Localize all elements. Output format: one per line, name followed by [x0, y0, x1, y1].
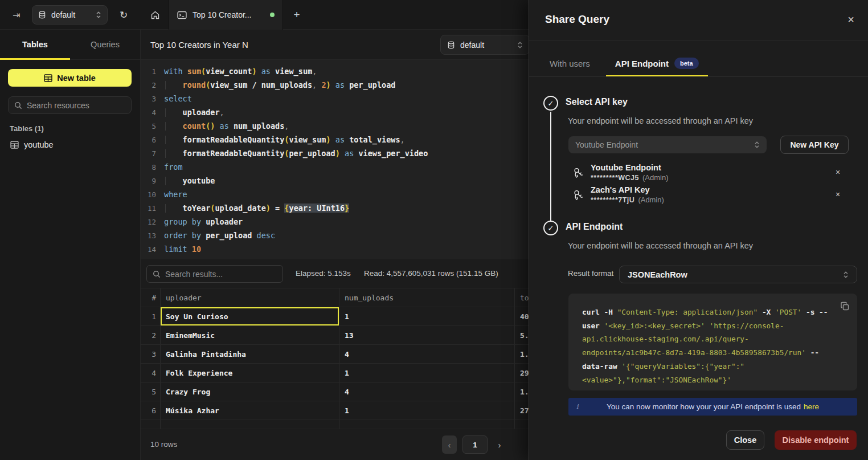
cell-uploader[interactable]: Soy Un Curioso [161, 307, 339, 325]
elapsed-time: Elapsed: 5.153s [296, 269, 351, 278]
api-key-name: Zach's API Key [591, 185, 650, 194]
panel-title: Share Query [545, 13, 609, 26]
line-number: 9 [141, 177, 156, 185]
remove-key-icon[interactable]: × [836, 168, 840, 177]
search-results-input[interactable]: Search results... [146, 265, 283, 283]
unsaved-status-dot [270, 13, 275, 17]
stepper-line [550, 112, 551, 221]
sidebar: Tables Queries New table Search resource… [0, 30, 141, 460]
remove-key-icon[interactable]: × [836, 190, 840, 199]
sidebar-item-youtube[interactable]: youtube [8, 137, 132, 153]
row-index[interactable]: 1 [141, 307, 161, 325]
disable-endpoint-button[interactable]: Disable endpoint [775, 430, 857, 450]
line-number: 3 [141, 95, 156, 103]
curl-command[interactable]: curl -H "Content-Type: application/json"… [582, 306, 831, 386]
monitor-info-banner: i You can now monitor how your your API … [568, 398, 857, 416]
line-number: 12 [141, 218, 156, 226]
api-key-masked: *********WCJ5(Admin) [591, 173, 669, 182]
row-index[interactable]: 4 [141, 364, 161, 382]
api-key-item: Youtube Endpoint*********WCJ5(Admin)× [572, 163, 857, 185]
tab-api-endpoint[interactable]: API Endpoint beta [606, 50, 708, 76]
table-item-label: youtube [24, 140, 54, 149]
collapse-sidebar-icon[interactable]: ⇥ [9, 7, 24, 22]
api-key-masked: *********7TjU(Admin) [591, 196, 664, 204]
refresh-icon[interactable]: ↻ [116, 7, 132, 23]
line-number: 6 [141, 136, 156, 144]
tab-strip: Top 10 Creator... + [141, 0, 310, 30]
close-button[interactable]: Close [726, 430, 764, 450]
beta-badge: beta [674, 58, 699, 69]
chevron-updown-icon [96, 11, 101, 19]
line-number: 2 [141, 81, 156, 89]
line-number: 8 [141, 163, 156, 172]
chevron-updown-icon [517, 41, 523, 49]
result-format-select[interactable]: JSONEachRow [619, 266, 857, 283]
share-query-panel: Share Query × With users API Endpoint be… [529, 0, 868, 460]
database-selector[interactable]: default [32, 5, 108, 25]
row-index[interactable]: 2 [141, 326, 161, 344]
new-table-button[interactable]: New table [8, 69, 132, 87]
line-number: 14 [141, 245, 156, 254]
row-index[interactable]: 5 [141, 382, 161, 401]
table-grid-icon [10, 141, 19, 149]
line-number: 11 [141, 204, 156, 213]
tab-queries[interactable]: Queries [70, 30, 140, 59]
tab-with-users[interactable]: With users [550, 59, 590, 68]
panel-tabs: With users API Endpoint beta [550, 50, 708, 76]
chevron-updown-icon [754, 141, 760, 149]
chevron-updown-icon [843, 271, 849, 279]
rows-read: Read: 4,557,605,031 rows (151.15 GB) [364, 269, 498, 278]
row-count: 10 rows [150, 440, 177, 449]
cell-uploader[interactable]: Crazy Frog [161, 382, 339, 401]
cell-num-uploads[interactable]: 1 [339, 401, 515, 420]
home-icon [150, 10, 160, 20]
search-resources-input[interactable]: Search resources [8, 96, 132, 114]
cell-num-uploads[interactable]: 4 [339, 345, 515, 363]
info-text: You can now monitor how your your API en… [607, 402, 801, 411]
select-api-key-description: Your endpoint will be accessed through a… [568, 116, 753, 125]
home-button[interactable] [141, 0, 169, 30]
api-key-name: Youtube Endpoint [591, 163, 661, 172]
monitor-here-link[interactable]: here [804, 402, 819, 411]
copy-icon[interactable] [840, 302, 850, 311]
cell-uploader[interactable]: EminemMusic [161, 326, 339, 344]
cell-num-uploads[interactable]: 4 [339, 382, 515, 401]
new-api-key-button[interactable]: New API Key [780, 136, 849, 154]
pagination-current-page[interactable]: 1 [462, 435, 488, 454]
tab-tables[interactable]: Tables [0, 30, 70, 59]
pagination-next-button[interactable]: › [492, 435, 507, 454]
cell-uploader[interactable]: Músika Azhar [161, 401, 339, 420]
api-key-select-value: Youtube Endpoint [575, 140, 638, 149]
line-number: 4 [141, 108, 156, 117]
cell-num-uploads[interactable]: 1 [339, 364, 515, 382]
col-header-uploader[interactable]: uploader [161, 288, 339, 307]
api-key-select[interactable]: Youtube Endpoint [568, 136, 767, 153]
tab-top-10-creators[interactable]: Top 10 Creator... [169, 0, 283, 30]
editor-database-selector[interactable]: default [440, 35, 530, 55]
key-icon [572, 166, 585, 179]
search-icon [14, 101, 22, 109]
pagination-prev-button[interactable]: ‹ [442, 435, 457, 454]
search-results-placeholder: Search results... [165, 270, 223, 279]
row-index[interactable]: 6 [141, 401, 161, 420]
close-icon[interactable]: × [847, 14, 854, 25]
api-key-item: Zach's API Key*********7TjU(Admin)× [572, 185, 857, 207]
row-index[interactable]: 3 [141, 345, 161, 363]
col-header-num-uploads[interactable]: num_uploads [339, 288, 515, 307]
new-table-label: New table [57, 74, 96, 83]
cell-num-uploads[interactable]: 1 [339, 307, 515, 325]
new-tab-button[interactable]: + [283, 0, 310, 30]
editor-database-selector-value: default [460, 40, 484, 50]
api-key-role: (Admin) [642, 173, 669, 182]
table-grid-icon [44, 74, 52, 82]
col-header-index[interactable]: # [141, 288, 161, 307]
cell-uploader[interactable]: Galinha Pintadinha [161, 345, 339, 363]
line-number: 5 [141, 122, 156, 131]
cell-uploader[interactable]: Folk Experience [161, 364, 339, 382]
result-format-value: JSONEachRow [628, 270, 687, 279]
line-number: 10 [141, 190, 156, 199]
line-number: 1 [141, 67, 156, 76]
search-icon [153, 270, 161, 278]
step-check-icon: ✓ [543, 221, 558, 235]
cell-num-uploads[interactable]: 13 [339, 326, 515, 344]
